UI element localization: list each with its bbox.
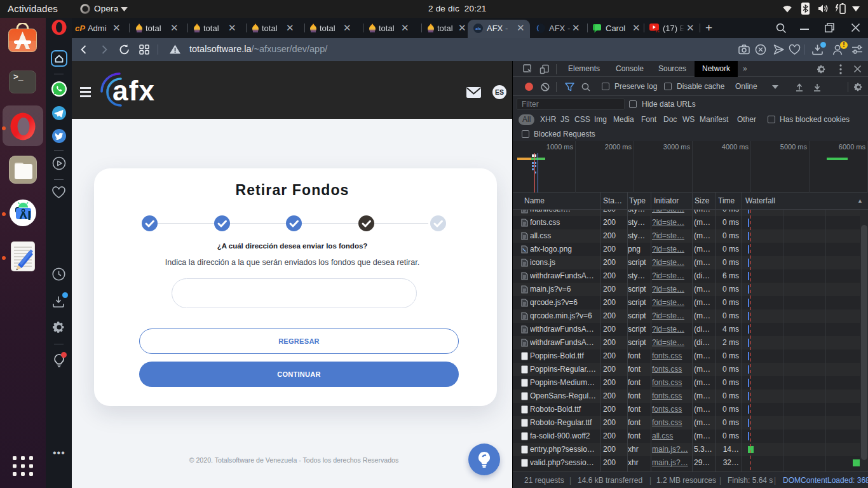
svg-text:afx: afx (475, 27, 481, 30)
